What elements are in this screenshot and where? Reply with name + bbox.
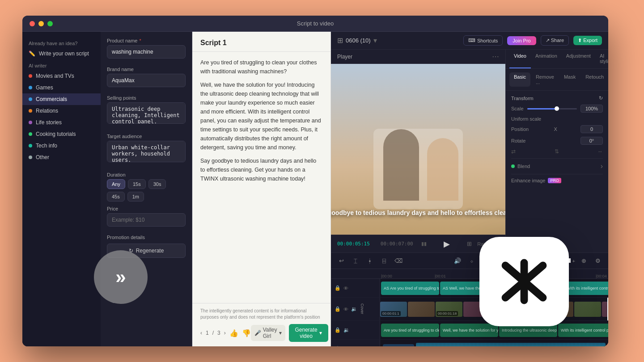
flip-v-icon[interactable]: ⇅ [555,148,559,155]
commercials-label: Commercials [36,96,67,102]
dur-30s[interactable]: 30s [148,179,166,189]
sidebar-item-other[interactable]: Other [22,152,101,163]
undo-button[interactable]: ↩ [335,255,347,267]
subtitle-bar: Say goodbye to tedious laundry days and … [331,209,505,218]
selling-points-input[interactable]: Ultrasonic deep cleaning, Intelligent co… [107,102,186,124]
share-button[interactable]: ↗ Share [541,35,569,46]
tab-video[interactable]: Video [509,50,531,68]
export-button[interactable]: ⬆ Export [573,36,602,45]
uniform-scale-label: Uniform scale [511,116,541,122]
sub-clip-2[interactable]: Well, we have the solution for youl [440,324,498,337]
lock-icon-4[interactable]: 🔒 [335,346,341,346]
zoom-in-icon[interactable]: + [572,258,575,264]
enhance-label: Enhance image [511,178,545,183]
subtab-basic[interactable]: Basic [509,72,530,87]
split-button-2[interactable]: ⍿ [364,255,376,267]
fullscreen-icon[interactable]: ⊞ [467,240,472,247]
subtab-mask[interactable]: Mask [559,72,580,87]
nav-sep: / [212,330,214,336]
eye-icon[interactable]: 👁 [343,286,348,291]
nav-next-icon[interactable]: › [224,330,226,336]
sidebar-item-games[interactable]: Games [22,82,101,93]
properties-content: Transform ↻ Scale 100% Unifo [506,91,608,253]
arrow-decoration: » [94,250,148,304]
dur-15s[interactable]: 15s [128,179,146,189]
thumbs-up-icon[interactable]: 👍 [229,329,238,337]
thumbs-down-icon[interactable]: 👎 [242,329,251,337]
thumb-1[interactable]: 00:00:01:1 [380,302,407,317]
lock-icon[interactable]: 🔒 [335,285,341,291]
flip-h-icon[interactable]: ⇄ [511,148,516,155]
volume-icon-2[interactable]: 🔉 [343,327,350,333]
generate-video-button[interactable]: Generate video ▾ [289,324,328,342]
clip-1[interactable]: AS Are you tired of struggling to clea [381,282,439,295]
volume-icon[interactable]: 🔉 [351,306,357,312]
close-button[interactable] [30,21,35,26]
position-x-value[interactable]: 0 [580,125,603,133]
audio-button[interactable]: 🔊 [452,255,463,267]
shortcuts-button[interactable]: ⌨ Shortcuts [463,35,503,46]
player-menu-icon[interactable]: ⋯ [492,52,499,61]
tab-adjustment[interactable]: Adjustment [562,50,595,68]
dur-any[interactable]: Any [107,179,125,189]
eye-icon-2[interactable]: 👁 [343,307,348,312]
script-title: Script 1 [200,39,322,47]
properties-sub-tabs: Basic Remove ... Mask Retouch [506,69,608,91]
write-own-label: Write your own script [39,51,89,57]
brand-name-input[interactable] [107,74,186,87]
tab-ai-stylize[interactable]: AI stylize [595,50,608,68]
sub-clip-4[interactable]: With its intelligent control panel, y [558,324,608,337]
audio-label[interactable]: [Animals and dishes] Cute BGM [383,344,414,347]
subtab-retouch[interactable]: Retouch [581,72,608,87]
generate-chevron-icon: ▾ [319,330,322,336]
nav-prev-icon[interactable]: ‹ [200,330,202,336]
add-track-button[interactable]: ⊕ [578,255,589,267]
settings-button[interactable]: ⚙ [592,255,604,267]
movies-label: Movies and TVs [36,73,74,79]
keyframe-button[interactable]: ⬦ [466,255,478,267]
product-name-input[interactable] [107,45,186,59]
rotate-value[interactable]: 0° [580,137,603,145]
subtab-remove[interactable]: Remove ... [531,72,559,87]
sidebar-item-movies[interactable]: Movies and TVs [22,70,101,82]
volume-icon-3[interactable]: 🔉 [343,346,350,346]
blend-chevron-icon[interactable]: › [601,162,603,170]
audio-waveform[interactable] [416,343,606,347]
split-button-1[interactable]: ⌶ [350,255,361,267]
sidebar-item-relations[interactable]: Relations [22,105,101,117]
voice-chevron-icon: ▾ [279,330,282,336]
sidebar-item-life-stories[interactable]: Life stories [22,117,101,128]
minimize-button[interactable] [38,21,44,26]
cooking-label: Cooking tutorials [36,131,76,137]
scale-row: Scale 100% [511,105,603,113]
maximize-button[interactable] [47,21,53,26]
price-input[interactable] [107,213,186,227]
pro-badge[interactable]: PRO [548,178,561,183]
thumb-8[interactable] [574,302,601,317]
rotate-icon[interactable]: ↔ [597,148,603,155]
script-footer: The intelligently generated content is f… [192,303,330,346]
join-pro-button[interactable]: Join Pro [507,36,536,45]
play-button[interactable]: ▶ [444,239,450,249]
thumb-2[interactable] [408,302,435,317]
sub-clip-1[interactable]: Are you tired of struggling to clea [381,324,439,337]
tab-animation[interactable]: Animation [531,50,562,68]
scale-slider[interactable] [527,108,577,109]
reset-icon[interactable]: ↻ [599,95,603,101]
target-audience-input[interactable]: Urban white-collar workers, household us… [107,141,186,162]
dur-45s[interactable]: 45s [107,192,125,202]
lock-icon-3[interactable]: 🔒 [335,327,341,333]
properties-panel: Video Animation Adjustment AI stylize Ba… [505,50,608,253]
sidebar-item-tech[interactable]: Tech info [22,140,101,152]
delete-button[interactable]: ⌫ [393,255,404,267]
sidebar-item-write-own[interactable]: ✏️ Write your own script [22,48,101,59]
transform-icons-row: ⇄ ⇅ ↔ [511,148,603,155]
sidebar-item-cooking[interactable]: Cooking tutorials [22,128,101,140]
voice-selector[interactable]: 🎤 Valley Girl ▾ [251,325,285,341]
tech-label: Tech info [36,143,57,149]
thumb-3[interactable]: 00:00:01:18 [436,302,462,317]
dur-1m[interactable]: 1m [127,192,144,202]
split-button-3[interactable]: ⌸ [378,255,390,267]
sidebar-item-commercials[interactable]: Commercials [22,93,101,105]
lock-icon-2[interactable]: 🔒 [335,306,341,312]
